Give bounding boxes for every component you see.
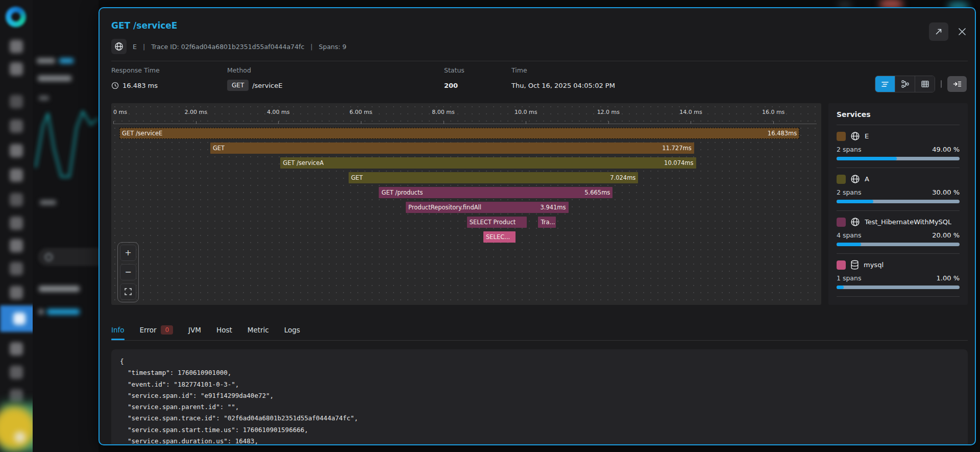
service-percent: 49.00 % bbox=[932, 146, 960, 153]
tab-host[interactable]: Host bbox=[216, 326, 232, 340]
axis-tick-label: 12.0 ms bbox=[597, 109, 620, 115]
span-bar[interactable]: SELEC... bbox=[483, 231, 516, 243]
axis-tick-mark bbox=[196, 121, 197, 124]
span-bar[interactable]: GET11.727ms bbox=[210, 142, 694, 154]
fit-view-button[interactable] bbox=[120, 283, 136, 300]
axis-tick-mark bbox=[773, 121, 774, 124]
page-title: GET /serviceE bbox=[111, 8, 968, 32]
service-name: A bbox=[865, 175, 869, 183]
service-item[interactable]: E 2 spans 49.00 % bbox=[837, 125, 960, 168]
services-panel: Services E 2 spans 49.00 % bbox=[828, 103, 968, 305]
tab-metric[interactable]: Metric bbox=[248, 326, 269, 340]
span-label: GET bbox=[210, 145, 225, 152]
tab-logs[interactable]: Logs bbox=[284, 326, 300, 340]
span-bar[interactable]: Tra... bbox=[538, 217, 556, 228]
service-progress-track bbox=[837, 157, 960, 160]
sidebar-icon bbox=[10, 120, 23, 133]
meta-row: Response Time 16.483 ms Method GET /serv… bbox=[111, 61, 968, 98]
endpoint-path: /serviceE bbox=[252, 82, 282, 89]
tab-info[interactable]: Info bbox=[111, 326, 125, 340]
axis-tick-label: 14.0 ms bbox=[679, 109, 702, 115]
sidebar-icon bbox=[10, 169, 23, 182]
info-panel: { "timestamp": 1760610901000, "event.id"… bbox=[111, 349, 968, 445]
axis-tick-label: 10.0 ms bbox=[514, 109, 537, 115]
services-title: Services bbox=[837, 109, 960, 125]
subheader-divider: | bbox=[143, 43, 145, 51]
span-bar[interactable]: GET /products5.665ms bbox=[379, 187, 612, 198]
collapse-right-icon bbox=[953, 80, 962, 88]
service-percent: 20.00 % bbox=[932, 231, 960, 239]
span-label: SELECT Product bbox=[467, 219, 516, 226]
span-duration: 10.074ms bbox=[664, 159, 696, 166]
service-item[interactable]: A 2 spans 30.00 % bbox=[837, 168, 960, 211]
database-icon bbox=[850, 260, 859, 270]
fit-view-icon bbox=[125, 288, 132, 295]
close-button[interactable] bbox=[958, 27, 967, 36]
backdrop-link-blob bbox=[47, 309, 80, 315]
span-label: GET /serviceE bbox=[119, 130, 162, 137]
span-duration: 7.024ms bbox=[610, 174, 638, 181]
axis-tick-label: 2.00 ms bbox=[184, 109, 207, 115]
table-view-button[interactable] bbox=[915, 76, 935, 92]
service-item[interactable]: Test_HibernateWithMySQL 4 spans 20.00 % bbox=[837, 211, 960, 254]
collapse-panel-button[interactable] bbox=[947, 76, 967, 92]
sidebar-icon bbox=[10, 262, 23, 275]
span-bar[interactable]: GET /serviceA10.074ms bbox=[280, 157, 696, 169]
backdrop-tab-blob bbox=[37, 58, 55, 63]
info-json: { "timestamp": 1760610901000, "event.id"… bbox=[120, 356, 959, 445]
backdrop-tab-blob bbox=[59, 58, 74, 63]
sidebar-icon bbox=[10, 239, 23, 252]
service-progress-fill bbox=[837, 286, 844, 289]
response-time-label: Response Time bbox=[111, 66, 227, 75]
waterfall-view-button[interactable] bbox=[875, 76, 895, 92]
service-name: mysql bbox=[864, 261, 884, 269]
tab-label: Info bbox=[111, 326, 125, 334]
trace-detail-modal: GET /serviceE E | bbox=[99, 7, 976, 445]
axis-tick-label: 8.00 ms bbox=[432, 109, 454, 115]
topology-icon bbox=[901, 80, 910, 88]
span-bar[interactable]: GET7.024ms bbox=[349, 172, 639, 183]
span-bar[interactable]: ProductRepository.findAll3.941ms bbox=[406, 202, 569, 213]
axis-tick-mark bbox=[113, 121, 114, 124]
zoom-out-button[interactable]: − bbox=[120, 264, 136, 280]
axis-tick-mark bbox=[526, 121, 526, 124]
globe-icon bbox=[850, 131, 860, 141]
status-value: 200 bbox=[444, 79, 511, 91]
topology-view-button[interactable] bbox=[895, 76, 915, 92]
table-icon bbox=[921, 80, 929, 88]
tab-error[interactable]: Error0 bbox=[140, 325, 174, 340]
waterfall-chart: 0 ms2.00 ms4.00 ms6.00 ms8.00 ms10.0 ms1… bbox=[111, 103, 821, 305]
zoom-in-button[interactable]: + bbox=[120, 245, 136, 261]
service-color-swatch bbox=[837, 260, 846, 270]
expand-button[interactable] bbox=[929, 22, 948, 41]
span-label: GET /products bbox=[379, 189, 423, 196]
backdrop-chevron-blob bbox=[39, 310, 43, 314]
span-duration: 11.727ms bbox=[662, 145, 694, 152]
service-color-swatch bbox=[837, 175, 846, 184]
service-name: Test_HibernateWithMySQL bbox=[865, 218, 951, 226]
tab-jvm[interactable]: JVM bbox=[188, 326, 201, 340]
globe-icon bbox=[850, 217, 860, 227]
sidebar-icon bbox=[10, 95, 23, 108]
axis-tick-label: 6.00 ms bbox=[350, 109, 372, 115]
service-initial: E bbox=[133, 43, 137, 51]
span-label: ProductRepository.findAll bbox=[406, 204, 481, 211]
span-duration: 16.483ms bbox=[768, 130, 799, 137]
method-label: Method bbox=[227, 66, 444, 75]
search-icon bbox=[45, 253, 53, 261]
expand-icon bbox=[935, 28, 943, 36]
span-bar[interactable]: SELECT Product bbox=[467, 217, 527, 228]
service-item[interactable]: mysql 1 spans 1.00 % bbox=[837, 254, 960, 297]
span-bar[interactable]: GET /serviceE16.483ms bbox=[119, 128, 799, 139]
tab-label: Host bbox=[216, 326, 232, 334]
span-duration: 5.665ms bbox=[584, 189, 612, 196]
service-progress-track bbox=[837, 243, 960, 246]
timeline-rows: GET /serviceE16.483msGET11.727msGET /ser… bbox=[113, 128, 817, 305]
axis-tick-label: 4.00 ms bbox=[267, 109, 289, 115]
sidebar-icon bbox=[10, 342, 23, 355]
services-list: E 2 spans 49.00 % A 2 spans bbox=[837, 125, 960, 297]
tab-label: Logs bbox=[284, 326, 300, 334]
app-sidebar bbox=[0, 0, 33, 452]
service-color-swatch bbox=[837, 218, 846, 227]
response-time-value: 16.483 ms bbox=[122, 82, 158, 89]
